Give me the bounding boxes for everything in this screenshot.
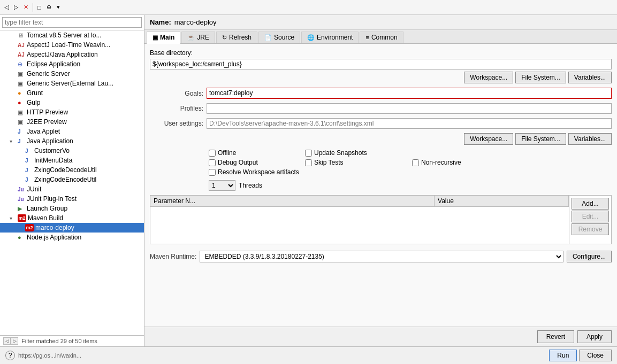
refresh-tab-icon: ↻ bbox=[222, 34, 227, 41]
run-btn[interactable]: Run bbox=[549, 350, 577, 361]
filter-input[interactable] bbox=[2, 17, 142, 28]
tree-item-label: Gulp bbox=[27, 99, 40, 106]
java-sub-icon: J bbox=[25, 148, 33, 154]
toolbar-btn-forward[interactable]: ▷ bbox=[12, 3, 20, 12]
help-icon[interactable]: ? bbox=[5, 351, 15, 360]
checkbox-resolve-workspace: Resolve Workspace artifacts bbox=[209, 168, 412, 176]
toolbar-btn-square[interactable]: □ bbox=[35, 3, 43, 12]
tree-item-maven-build[interactable]: ▾ m2 Maven Build bbox=[0, 213, 144, 223]
offline-checkbox[interactable] bbox=[209, 150, 216, 157]
tree-item-label: Java Applet bbox=[27, 128, 60, 135]
goals-input[interactable] bbox=[207, 88, 612, 99]
threads-label: Threads bbox=[239, 182, 262, 189]
non-recursive-checkbox[interactable] bbox=[412, 159, 419, 166]
maven-runtime-select[interactable]: EMBEDDED (3.3.9/1.8.3.20180227-2135) bbox=[200, 251, 563, 262]
close-btn[interactable]: Close bbox=[579, 350, 612, 361]
apply-btn[interactable]: Apply bbox=[577, 330, 612, 343]
tree-item-java-app[interactable]: ▾ J Java Application bbox=[0, 136, 144, 146]
toolbar-btn-back[interactable]: ◁ bbox=[2, 3, 11, 12]
jre-tab-icon: ☕ bbox=[187, 34, 195, 41]
scroll-left[interactable]: ◁ bbox=[3, 337, 11, 345]
tree-item-gulp[interactable]: ● Gulp bbox=[0, 98, 144, 107]
aj-icon: AJ bbox=[18, 42, 25, 48]
filesystem-btn-2[interactable]: File System... bbox=[515, 133, 566, 145]
base-directory-label: Base directory: bbox=[150, 49, 612, 57]
tree-item-zxingencode[interactable]: J ZxingCodeEncodeUtil bbox=[0, 175, 144, 184]
remove-param-btn[interactable]: Remove bbox=[572, 223, 609, 235]
java-sub-icon2: J bbox=[25, 158, 33, 164]
tree-item-marco-deploy[interactable]: m2 marco-deploy bbox=[0, 223, 144, 233]
tab-environment[interactable]: 🌐 Environment bbox=[301, 32, 359, 43]
configure-btn[interactable]: Configure... bbox=[567, 251, 612, 262]
filesystem-btn-1[interactable]: File System... bbox=[515, 72, 566, 83]
toolbar-btn-menu[interactable]: ▾ bbox=[55, 3, 62, 12]
tabs-bar: ▣ Main ☕ JRE ↻ Refresh 📄 Source 🌐 Enviro… bbox=[144, 30, 617, 44]
tree-item-generic-ext[interactable]: ▣ Generic Server(External Lau... bbox=[0, 79, 144, 88]
tree-item-java-applet[interactable]: J Java Applet bbox=[0, 127, 144, 136]
eclipse-icon: ⊕ bbox=[18, 61, 25, 68]
filter-input-wrap bbox=[0, 15, 144, 30]
user-settings-row: User settings: bbox=[150, 118, 612, 129]
skip-tests-checkbox[interactable] bbox=[305, 159, 312, 166]
resolve-workspace-checkbox[interactable] bbox=[209, 169, 216, 176]
tab-source-label: Source bbox=[274, 34, 294, 41]
user-settings-label: User settings: bbox=[150, 120, 203, 127]
tree-item-zxingdecode[interactable]: J ZxingCodeDecodeUtil bbox=[0, 165, 144, 175]
tree-item-grunt[interactable]: ● Grunt bbox=[0, 88, 144, 98]
tree-item-initmenudata[interactable]: J InitMenuData bbox=[0, 156, 144, 165]
user-settings-input[interactable] bbox=[207, 118, 612, 129]
source-tab-icon: 📄 bbox=[264, 34, 272, 41]
grunt-icon: ● bbox=[18, 90, 25, 96]
variables-btn-1[interactable]: Variables... bbox=[568, 72, 612, 83]
update-snapshots-checkbox[interactable] bbox=[305, 150, 312, 157]
tree-item-j2ee[interactable]: ▣ J2EE Preview bbox=[0, 117, 144, 127]
resolve-workspace-label: Resolve Workspace artifacts bbox=[218, 168, 299, 176]
top-toolbar: ◁ ▷ ✕ □ ⊕ ▾ bbox=[0, 0, 617, 15]
tree-item-generic-server[interactable]: ▣ Generic Server bbox=[0, 69, 144, 79]
tree-item-nodejs[interactable]: ● Node.js Application bbox=[0, 233, 144, 242]
tree-item-label: JUnit bbox=[27, 185, 41, 193]
tab-main-label: Main bbox=[160, 34, 174, 41]
tree-item-http[interactable]: ▣ HTTP Preview bbox=[0, 107, 144, 117]
tree-item-junit[interactable]: Ju JUnit bbox=[0, 184, 144, 194]
scroll-right[interactable]: ▷ bbox=[11, 337, 18, 345]
left-panel: 🖥 Tomcat v8.5 Server at lo... AJ AspectJ… bbox=[0, 15, 144, 346]
filter-status: Filter matched 29 of 50 items bbox=[21, 338, 97, 344]
tab-common[interactable]: ≡ Common bbox=[360, 32, 403, 43]
toolbar-btn-close[interactable]: ✕ bbox=[21, 3, 31, 12]
tree-item-launch-group[interactable]: ▶ Launch Group bbox=[0, 204, 144, 213]
goals-label: Goals: bbox=[150, 90, 203, 97]
debug-output-checkbox[interactable] bbox=[209, 159, 216, 166]
toolbar-btn-pin[interactable]: ⊕ bbox=[44, 3, 54, 12]
tree-item-junit-plugin[interactable]: Ju JUnit Plug-in Test bbox=[0, 194, 144, 204]
edit-param-btn[interactable]: Edit... bbox=[572, 211, 609, 222]
tree-item-customervo[interactable]: J CustomerVo bbox=[0, 146, 144, 156]
base-directory-input[interactable] bbox=[150, 59, 612, 69]
tab-main[interactable]: ▣ Main bbox=[147, 32, 180, 44]
variables-btn-2[interactable]: Variables... bbox=[568, 133, 612, 145]
toolbar-separator bbox=[33, 3, 33, 12]
tree-item-aspectj-app[interactable]: AJ AspectJ/Java Application bbox=[0, 50, 144, 59]
junit-icon2: Ju bbox=[18, 196, 25, 202]
tab-source[interactable]: 📄 Source bbox=[258, 32, 300, 43]
status-bar: ◁ ▷ Filter matched 29 of 50 items bbox=[0, 335, 144, 346]
workspace-btn-1[interactable]: Workspace... bbox=[464, 72, 513, 83]
tree-item-tomcat[interactable]: 🖥 Tomcat v8.5 Server at lo... bbox=[0, 30, 144, 40]
expand-icon: ▾ bbox=[10, 215, 16, 221]
java-sub-icon3: J bbox=[25, 167, 33, 173]
env-tab-icon: 🌐 bbox=[307, 34, 315, 41]
revert-btn[interactable]: Revert bbox=[537, 330, 574, 343]
tab-jre[interactable]: ☕ JRE bbox=[181, 32, 215, 43]
add-param-btn[interactable]: Add... bbox=[572, 198, 609, 210]
tab-refresh[interactable]: ↻ Refresh bbox=[216, 32, 257, 43]
common-tab-icon: ≡ bbox=[365, 34, 369, 41]
workspace-btn-2[interactable]: Workspace... bbox=[464, 133, 513, 145]
tree-item-eclipse-app[interactable]: ⊕ Eclipse Application bbox=[0, 59, 144, 69]
scroll-arrows: ◁ ▷ bbox=[3, 337, 18, 345]
profiles-input[interactable] bbox=[207, 103, 612, 114]
threads-select[interactable]: 1 2 4 8 bbox=[209, 180, 235, 191]
non-recursive-label: Non-recursive bbox=[421, 159, 461, 166]
main-area: 🖥 Tomcat v8.5 Server at lo... AJ AspectJ… bbox=[0, 15, 617, 346]
tree-item-aspectj-ltw[interactable]: AJ AspectJ Load-Time Weavin... bbox=[0, 40, 144, 50]
m2-icon-marco: m2 bbox=[25, 224, 34, 231]
